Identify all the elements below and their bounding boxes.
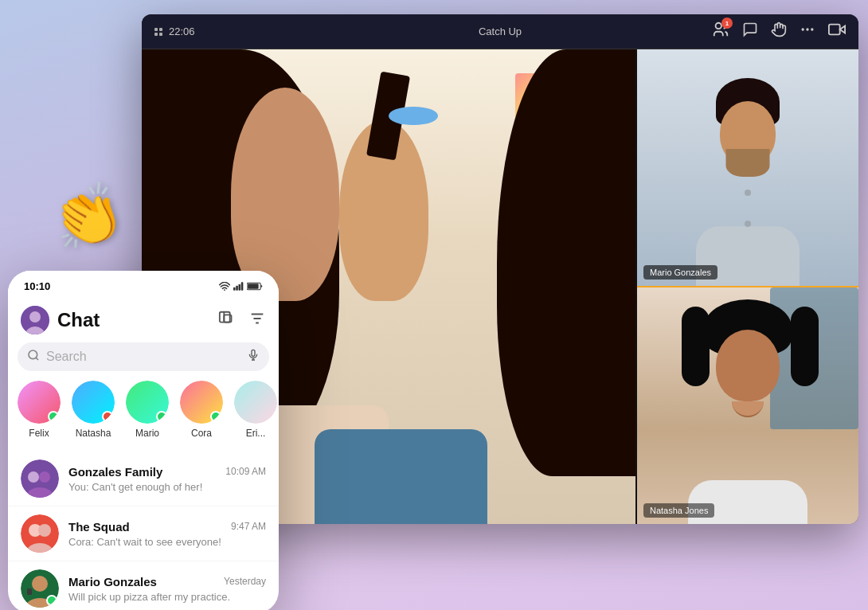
svg-point-1: [802, 28, 804, 30]
online-dot-mario-g: [46, 595, 57, 606]
svg-point-2: [806, 28, 808, 30]
video-cell-bottom: Natasha Jones: [637, 286, 858, 524]
chat-item-gonzales-family[interactable]: Gonzales Family 10:09 AM You: Can't get …: [8, 452, 279, 506]
chat-preview-mario-g: Will pick up pizza after my practice.: [68, 591, 266, 603]
search-bar[interactable]: Search: [18, 342, 269, 371]
participant-label-top: Mario Gonzales: [643, 265, 717, 280]
svg-point-0: [716, 23, 721, 29]
people-icon[interactable]: 1: [712, 21, 729, 42]
story-item-felix[interactable]: Felix: [18, 381, 61, 439]
story-name-eri: Eri...: [246, 428, 266, 439]
svg-point-3: [811, 28, 813, 30]
chat-header: Chat: [8, 301, 279, 342]
top-participant-video: [637, 49, 858, 286]
online-indicator-natasha: [102, 411, 113, 422]
filter-icon[interactable]: [248, 310, 266, 330]
chat-top-gonzales: Gonzales Family 10:09 AM: [68, 465, 266, 479]
chat-preview-gonzales: You: Can't get enough of her!: [68, 481, 266, 493]
chat-top-squad: The Squad 9:47 AM: [68, 520, 266, 534]
chat-avatar-mario-g: [21, 569, 59, 608]
chat-bubble-icon[interactable]: [742, 22, 758, 41]
battery-icon: [247, 282, 263, 291]
topbar-right: 1: [712, 21, 846, 42]
wifi-icon: [219, 282, 230, 291]
video-grid: Mario Gonzales: [635, 49, 858, 524]
chat-item-mario-gonzales[interactable]: Mario Gonzales Yesterday Will pick up pi…: [8, 561, 279, 610]
story-item-eri[interactable]: Eri...: [234, 381, 277, 439]
chat-avatar-gonzales: [21, 459, 59, 498]
story-name-cora: Cora: [191, 428, 212, 439]
svg-rect-5: [829, 25, 840, 35]
phone-time: 10:10: [24, 280, 50, 292]
mic-icon[interactable]: [247, 349, 260, 365]
chat-top-mario: Mario Gonzales Yesterday: [68, 575, 266, 588]
window-title: Catch Up: [479, 25, 522, 37]
story-row: Felix Natasha Mario Cora: [8, 381, 279, 452]
chat-name-mario-g: Mario Gonzales: [68, 575, 157, 588]
topbar-left: 22:06: [154, 25, 195, 37]
video-cell-top: Mario Gonzales: [637, 49, 858, 286]
chat-time-gonzales: 10:09 AM: [225, 466, 266, 477]
svg-point-26: [28, 471, 39, 483]
time-display: 22:06: [169, 25, 195, 37]
story-item-cora[interactable]: Cora: [180, 381, 223, 439]
user-avatar[interactable]: [21, 306, 49, 334]
camera-icon[interactable]: [828, 21, 846, 42]
chat-body-squad: The Squad 9:47 AM Cora: Can't wait to se…: [68, 520, 266, 548]
svg-point-21: [29, 350, 37, 359]
svg-rect-7: [233, 287, 236, 290]
chat-name-gonzales: Gonzales Family: [68, 465, 162, 479]
bottom-participant-video: [637, 287, 858, 524]
online-indicator-felix: [48, 411, 59, 422]
online-indicator-cora: [210, 411, 221, 422]
grid-icon[interactable]: [154, 28, 162, 36]
chat-body-mario: Mario Gonzales Yesterday Will pick up pi…: [68, 575, 266, 603]
search-icon: [27, 349, 40, 365]
window-topbar: 22:06 Catch Up 1: [142, 14, 858, 49]
svg-rect-22: [252, 350, 255, 356]
participant-label-bottom: Natasha Jones: [643, 503, 714, 518]
chat-time-squad: 9:47 AM: [231, 521, 266, 532]
story-name-mario: Mario: [135, 428, 159, 439]
story-avatar-eri: [234, 381, 277, 424]
svg-point-27: [39, 471, 50, 483]
svg-point-14: [29, 311, 41, 323]
notification-badge: 1: [721, 18, 733, 29]
mobile-phone: 10:10: [8, 271, 279, 610]
raise-hand-icon[interactable]: [771, 22, 787, 41]
chat-header-icons: [218, 310, 266, 330]
svg-rect-35: [27, 588, 32, 595]
story-name-felix: Felix: [29, 428, 49, 439]
svg-point-6: [224, 289, 225, 291]
svg-point-34: [32, 576, 48, 592]
chat-preview-squad: Cora: Can't wait to see everyone!: [68, 536, 266, 548]
story-avatar-felix: [18, 381, 61, 424]
story-name-natasha: Natasha: [76, 428, 111, 439]
chat-title: Chat: [57, 309, 100, 331]
chat-time-mario-g: Yesterday: [224, 576, 266, 587]
story-avatar-natasha: [72, 381, 115, 424]
svg-marker-4: [840, 25, 845, 33]
story-avatar-cora: [180, 381, 223, 424]
chat-header-left: Chat: [21, 306, 100, 334]
online-indicator-mario: [156, 411, 167, 422]
svg-rect-10: [241, 282, 244, 290]
chat-body-gonzales: Gonzales Family 10:09 AM You: Can't get …: [68, 465, 266, 493]
svg-rect-8: [236, 285, 238, 290]
chat-list: Gonzales Family 10:09 AM You: Can't get …: [8, 452, 279, 610]
search-placeholder: Search: [46, 350, 240, 364]
more-options-icon[interactable]: [800, 22, 815, 41]
compose-icon[interactable]: [218, 310, 236, 330]
signal-icon: [233, 282, 244, 291]
story-item-mario[interactable]: Mario: [126, 381, 169, 439]
status-icons: [219, 282, 263, 291]
chat-avatar-squad: [21, 514, 59, 553]
person-hair-right: [497, 49, 635, 476]
story-item-natasha[interactable]: Natasha: [72, 381, 115, 439]
phone-status-bar: 10:10: [8, 271, 279, 301]
svg-point-31: [38, 524, 51, 537]
chat-item-the-squad[interactable]: The Squad 9:47 AM Cora: Can't wait to se…: [8, 506, 279, 561]
chat-name-squad: The Squad: [68, 520, 130, 534]
story-avatar-mario: [126, 381, 169, 424]
svg-rect-9: [239, 283, 241, 290]
